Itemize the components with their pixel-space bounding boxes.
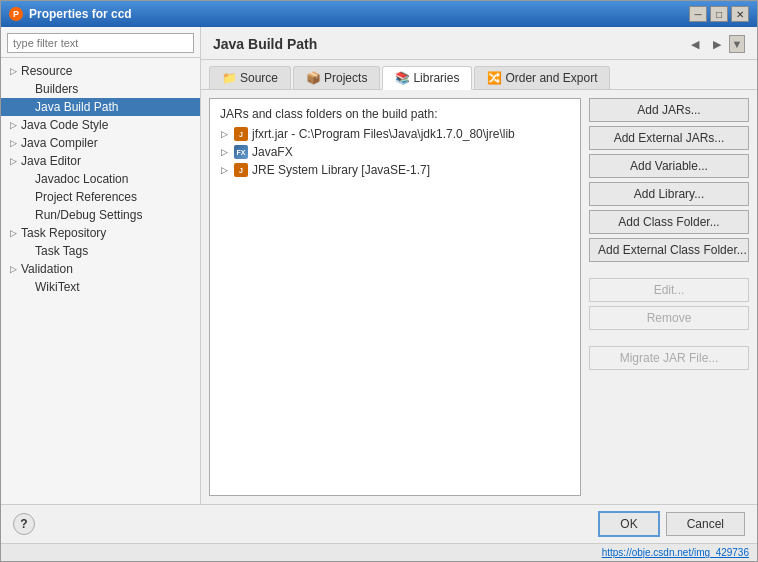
build-item-label: JavaFX [252, 145, 293, 159]
edit-button[interactable]: Edit... [589, 278, 749, 302]
add-jars-button[interactable]: Add JARs... [589, 98, 749, 122]
app-icon: P [9, 7, 23, 21]
projects-icon: 📦 [306, 71, 320, 85]
tab-source[interactable]: 📁 Source [209, 66, 291, 89]
libraries-icon: 📚 [395, 71, 409, 85]
footer-right: OK Cancel [598, 511, 745, 537]
ok-button[interactable]: OK [598, 511, 659, 537]
sidebar-item-task-tags[interactable]: Task Tags [1, 242, 200, 260]
expand-icon: ▷ [218, 128, 230, 140]
sidebar-item-project-references[interactable]: Project References [1, 188, 200, 206]
sidebar-item-label: Validation [21, 262, 73, 276]
minimize-button[interactable]: ─ [689, 6, 707, 22]
expand-arrow [21, 173, 33, 185]
sidebar: ▷ Resource Builders Java Build Path ▷ Ja… [1, 27, 201, 504]
add-library-button[interactable]: Add Library... [589, 182, 749, 206]
jar-icon: J [234, 127, 248, 141]
sidebar-item-label: Task Tags [35, 244, 88, 258]
sidebar-item-validation[interactable]: ▷ Validation [1, 260, 200, 278]
source-icon: 📁 [222, 71, 236, 85]
title-bar-left: P Properties for ccd [9, 7, 132, 21]
expand-arrow [21, 101, 33, 113]
restore-button[interactable]: □ [710, 6, 728, 22]
add-variable-button[interactable]: Add Variable... [589, 154, 749, 178]
status-link[interactable]: https://obje.csdn.net/img_429736 [602, 547, 749, 558]
build-path-label: JARs and class folders on the build path… [214, 103, 576, 125]
nav-forward-button[interactable]: ▶ [707, 35, 727, 53]
sidebar-item-java-editor[interactable]: ▷ Java Editor [1, 152, 200, 170]
expand-arrow [21, 245, 33, 257]
expand-icon: ▷ [218, 146, 230, 158]
expand-arrow: ▷ [7, 65, 19, 77]
tab-projects-label: Projects [324, 71, 367, 85]
sidebar-item-task-repository[interactable]: ▷ Task Repository [1, 224, 200, 242]
filter-box [1, 27, 200, 58]
expand-arrow: ▷ [7, 137, 19, 149]
nav-dropdown-button[interactable]: ▼ [729, 35, 745, 53]
close-button[interactable]: ✕ [731, 6, 749, 22]
status-bar: https://obje.csdn.net/img_429736 [1, 543, 757, 561]
build-item-label: JRE System Library [JavaSE-1.7] [252, 163, 430, 177]
button-panel: Add JARs... Add External JARs... Add Var… [589, 98, 749, 496]
nav-back-button[interactable]: ◀ [685, 35, 705, 53]
jre-icon: J [234, 163, 248, 177]
build-tree-item-jre[interactable]: ▷ J JRE System Library [JavaSE-1.7] [214, 161, 576, 179]
properties-dialog: P Properties for ccd ─ □ ✕ ▷ Resource [0, 0, 758, 562]
expand-arrow: ▷ [7, 263, 19, 275]
panel-title: Java Build Path [213, 36, 317, 52]
expand-icon: ▷ [218, 164, 230, 176]
button-spacer-2 [589, 334, 749, 342]
build-tree-item-jfxrt[interactable]: ▷ J jfxrt.jar - C:\Program Files\Java\jd… [214, 125, 576, 143]
sidebar-item-wikitext[interactable]: WikiText [1, 278, 200, 296]
tab-order-export-label: Order and Export [505, 71, 597, 85]
panel-header: Java Build Path ◀ ▶ ▼ [201, 27, 757, 60]
remove-button[interactable]: Remove [589, 306, 749, 330]
tab-projects[interactable]: 📦 Projects [293, 66, 380, 89]
fx-icon: FX [234, 145, 248, 159]
expand-arrow: ▷ [7, 155, 19, 167]
sidebar-item-java-code-style[interactable]: ▷ Java Code Style [1, 116, 200, 134]
expand-arrow [21, 209, 33, 221]
window-title: Properties for ccd [29, 7, 132, 21]
order-export-icon: 🔀 [487, 71, 501, 85]
sidebar-item-label: Project References [35, 190, 137, 204]
build-item-label: jfxrt.jar - C:\Program Files\Java\jdk1.7… [252, 127, 515, 141]
tab-source-label: Source [240, 71, 278, 85]
expand-arrow: ▷ [7, 119, 19, 131]
build-tree-item-javafx[interactable]: ▷ FX JavaFX [214, 143, 576, 161]
sidebar-item-label: Java Compiler [21, 136, 98, 150]
sidebar-item-builders[interactable]: Builders [1, 80, 200, 98]
sidebar-item-run-debug[interactable]: Run/Debug Settings [1, 206, 200, 224]
tab-libraries[interactable]: 📚 Libraries [382, 66, 472, 90]
filter-input[interactable] [7, 33, 194, 53]
sidebar-item-resource[interactable]: ▷ Resource [1, 62, 200, 80]
sidebar-item-label: Javadoc Location [35, 172, 128, 186]
add-class-folder-button[interactable]: Add Class Folder... [589, 210, 749, 234]
right-panel: Java Build Path ◀ ▶ ▼ 📁 Source 📦 Project… [201, 27, 757, 504]
migrate-jar-button[interactable]: Migrate JAR File... [589, 346, 749, 370]
title-bar: P Properties for ccd ─ □ ✕ [1, 1, 757, 27]
expand-arrow [21, 191, 33, 203]
footer: ? OK Cancel [1, 504, 757, 543]
nav-buttons: ◀ ▶ ▼ [685, 35, 745, 53]
help-button[interactable]: ? [13, 513, 35, 535]
sidebar-item-label: Run/Debug Settings [35, 208, 142, 222]
expand-arrow: ▷ [7, 227, 19, 239]
button-spacer [589, 266, 749, 274]
sidebar-item-label: Builders [35, 82, 78, 96]
add-external-jars-button[interactable]: Add External JARs... [589, 126, 749, 150]
title-controls: ─ □ ✕ [689, 6, 749, 22]
sidebar-item-javadoc-location[interactable]: Javadoc Location [1, 170, 200, 188]
sidebar-tree: ▷ Resource Builders Java Build Path ▷ Ja… [1, 58, 200, 504]
add-external-class-folder-button[interactable]: Add External Class Folder... [589, 238, 749, 262]
sidebar-item-java-compiler[interactable]: ▷ Java Compiler [1, 134, 200, 152]
content-area: JARs and class folders on the build path… [201, 90, 757, 504]
tab-order-export[interactable]: 🔀 Order and Export [474, 66, 610, 89]
sidebar-item-java-build-path[interactable]: Java Build Path [1, 98, 200, 116]
sidebar-item-label: Resource [21, 64, 72, 78]
footer-left: ? [13, 513, 35, 535]
tab-libraries-label: Libraries [413, 71, 459, 85]
expand-arrow [21, 83, 33, 95]
cancel-button[interactable]: Cancel [666, 512, 745, 536]
build-path-tree-panel[interactable]: JARs and class folders on the build path… [209, 98, 581, 496]
